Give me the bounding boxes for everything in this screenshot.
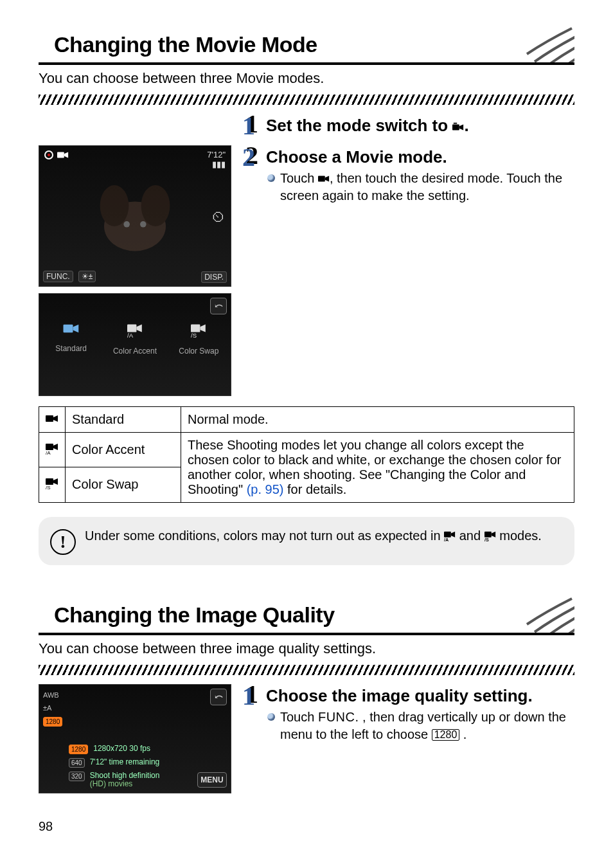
svg-marker-9 xyxy=(64,152,68,158)
svg-marker-23 xyxy=(53,444,58,450)
svg-rect-18 xyxy=(318,176,325,182)
svg-point-7 xyxy=(140,221,147,228)
iq-text-c: . xyxy=(463,727,467,741)
svg-text:/A: /A xyxy=(444,537,449,541)
quality-chip-selected: 1280 xyxy=(43,717,62,727)
exposure-label: ±A xyxy=(43,704,62,712)
svg-rect-12 xyxy=(127,324,136,332)
svg-text:/S: /S xyxy=(46,485,51,489)
quality-option-640[interactable]: 640 7'12" time remaining xyxy=(69,758,159,768)
svg-rect-22 xyxy=(46,444,53,450)
table-row: /A Color Accent These Shooting modes let… xyxy=(39,432,574,467)
quality-desc: 7'12" time remaining xyxy=(90,758,160,766)
svg-text:/A: /A xyxy=(127,332,134,338)
func-button[interactable]: FUNC. xyxy=(43,271,73,282)
movie-mode-icon xyxy=(452,116,464,127)
header-wave-decoration xyxy=(520,26,574,65)
caution-text-after: modes. xyxy=(499,529,542,543)
step-1-title-before: Set the mode switch to xyxy=(266,116,452,135)
svg-marker-32 xyxy=(491,531,495,537)
awb-label: AWB xyxy=(43,691,62,699)
step-2-text-before: Touch xyxy=(280,171,318,185)
iq-step-1-heading: 11 Choose the image quality setting. xyxy=(240,684,574,707)
caution-icon: ! xyxy=(50,529,76,555)
mode-desc: Normal mode. xyxy=(181,406,574,432)
caution-and: and xyxy=(459,529,484,543)
side-setting-column: AWB ±A 1280 xyxy=(43,691,62,727)
header-wave-decoration xyxy=(520,596,574,635)
rec-time-label: 7'12" xyxy=(207,150,226,160)
back-button[interactable]: ⤺ xyxy=(210,298,227,314)
record-indicator-icon xyxy=(44,150,53,159)
svg-point-5 xyxy=(141,185,170,226)
bullet-icon xyxy=(267,174,275,182)
iq-text-a: Touch xyxy=(280,710,318,724)
section-intro: You can choose between three Movie modes… xyxy=(39,70,574,87)
hatched-divider xyxy=(39,95,574,105)
step-1-title-after: . xyxy=(464,116,468,135)
svg-rect-20 xyxy=(46,415,53,422)
step-2-title: Choose a Movie mode. xyxy=(266,145,447,168)
section-title: Changing the Movie Mode xyxy=(54,32,568,57)
iq-step-1-title: Choose the image quality setting. xyxy=(266,684,533,707)
self-timer-icon: ⏲ xyxy=(211,209,226,226)
page-cross-reference-link[interactable]: (p. 95) xyxy=(247,482,284,496)
camera-preview-shot-movie: 7'12" ▮▮▮ ⏲ FUNC. ☀± DISP. xyxy=(39,145,231,287)
mode-desc-combined: These Shooting modes let you change all … xyxy=(181,432,574,502)
svg-rect-15 xyxy=(191,324,200,332)
mode-label: Color Accent xyxy=(113,347,157,356)
svg-marker-21 xyxy=(53,415,58,422)
step-number-1: 11 xyxy=(240,684,262,705)
caution-text-before: Under some conditions, colors may not tu… xyxy=(85,529,444,543)
section-title: Changing the Image Quality xyxy=(54,602,568,628)
section-header-movie-mode: Changing the Movie Mode xyxy=(39,26,574,65)
section-header-image-quality: Changing the Image Quality xyxy=(39,596,574,635)
exposure-button[interactable]: ☀± xyxy=(78,271,96,282)
svg-marker-29 xyxy=(451,531,455,537)
quality-1280-icon: 1280 xyxy=(432,729,460,741)
movie-color-swap-icon: /S xyxy=(190,322,207,340)
step-2-heading: 22 Choose a Movie mode. xyxy=(240,145,574,168)
disp-button[interactable]: DISP. xyxy=(201,271,227,283)
step-number-1: 11 xyxy=(240,114,262,134)
svg-text:/S: /S xyxy=(191,332,197,338)
quality-option-320[interactable]: 320 Shoot high definition (HD) movies xyxy=(69,772,159,788)
svg-text:/A: /A xyxy=(46,450,51,455)
movie-mode-table: Standard Normal mode. /A Color Accent Th… xyxy=(39,406,574,503)
step-1-heading: 11 Set the mode switch to . xyxy=(240,114,574,136)
movie-color-accent-icon: /A xyxy=(127,322,143,340)
step-2-instruction: Touch , then touch the desired mode. Tou… xyxy=(267,170,574,204)
svg-point-4 xyxy=(100,185,129,226)
svg-rect-0 xyxy=(452,125,459,131)
svg-marker-19 xyxy=(325,176,329,182)
quality-option-1280[interactable]: 1280 1280x720 30 fps xyxy=(69,745,159,754)
back-button[interactable]: ⤺ xyxy=(210,689,227,705)
mode-name: Standard xyxy=(66,406,181,432)
mode-name: Color Accent xyxy=(66,432,181,467)
bullet-icon xyxy=(267,713,275,721)
movie-mode-icon xyxy=(57,150,69,160)
step-number-2: 22 xyxy=(240,145,262,166)
mode-option-color-accent[interactable]: /A Color Accent xyxy=(106,322,164,356)
quality-desc: 1280x720 30 fps xyxy=(93,745,150,753)
func-label: FUNC. xyxy=(318,710,359,724)
svg-marker-13 xyxy=(136,324,141,332)
mode-option-color-swap[interactable]: /S Color Swap xyxy=(170,322,227,356)
mode-label: Standard xyxy=(55,344,87,353)
movie-color-swap-icon: /S xyxy=(39,467,66,503)
svg-rect-2 xyxy=(454,123,457,124)
quality-desc: Shoot high definition xyxy=(90,771,160,780)
mode-option-standard[interactable]: Standard xyxy=(42,322,100,356)
desc-after: for details. xyxy=(287,482,346,496)
svg-rect-25 xyxy=(46,478,53,485)
caution-note: ! Under some conditions, colors may not … xyxy=(39,517,574,565)
page-number: 98 xyxy=(39,819,574,834)
mode-label: Color Swap xyxy=(179,347,218,356)
movie-mode-icon xyxy=(318,171,330,181)
mode-name: Color Swap xyxy=(66,467,181,503)
svg-marker-1 xyxy=(459,125,463,131)
movie-standard-icon xyxy=(39,406,66,432)
menu-button[interactable]: MENU xyxy=(197,772,227,788)
movie-color-accent-icon: /A xyxy=(444,529,456,546)
quality-chip: 320 xyxy=(69,772,85,781)
